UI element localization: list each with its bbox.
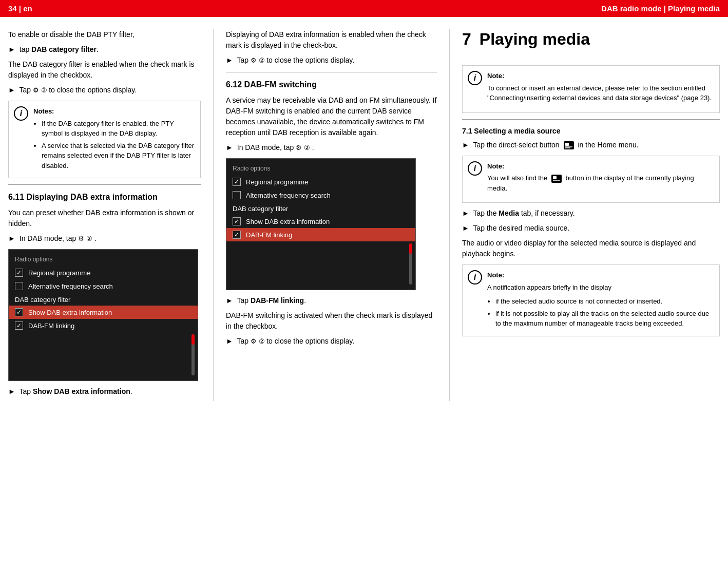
dab-category-filter-label-mid: DAB category filter bbox=[226, 202, 415, 215]
arrow-icon: ► bbox=[8, 45, 15, 53]
note-3-text: A notification appears briefly in the di… bbox=[487, 282, 714, 293]
col-right: 7 Playing media i Note: To connect or in… bbox=[450, 29, 720, 401]
radio-option-show-dab-mid[interactable]: Show DAB extra information bbox=[226, 215, 415, 228]
radio-option-dab-fm[interactable]: DAB-FM linking bbox=[9, 319, 198, 332]
arrow-icon: ► bbox=[226, 56, 233, 64]
label-dab-fm-mid: DAB-FM linking bbox=[246, 231, 292, 239]
scroll-thumb-left bbox=[191, 334, 195, 345]
svg-rect-1 bbox=[565, 143, 569, 146]
radio-option-regional[interactable]: Regional programme bbox=[9, 266, 198, 279]
tap-dab-fm-instruction: ► Tap DAB-FM linking. bbox=[226, 295, 437, 306]
col-left-step1: ► tap DAB category filter. bbox=[8, 44, 201, 55]
page-section-title: DAB radio mode | Playing media bbox=[601, 4, 720, 13]
divider bbox=[8, 184, 201, 185]
close-step: ► Tap ⚙ ② to close the options display. bbox=[226, 336, 437, 347]
arrow-icon: ► bbox=[462, 224, 469, 232]
info-icon-1: i bbox=[468, 71, 482, 85]
note-2-title: Note: bbox=[487, 161, 714, 172]
note-2-text: You will also find the button in the dis… bbox=[487, 173, 714, 193]
tap-show-dab-instruction: ► Tap Show DAB extra information. bbox=[8, 386, 201, 397]
arrow-icon: ► bbox=[8, 86, 15, 94]
checkbox-show-dab-mid[interactable] bbox=[233, 217, 241, 225]
info-icon: i bbox=[14, 106, 28, 121]
radio-option-regional-mid[interactable]: Regional programme bbox=[226, 175, 415, 188]
arrow-icon: ► bbox=[8, 234, 15, 242]
arrow-icon: ► bbox=[462, 209, 469, 217]
note-2-content: Note: You will also find the button in t… bbox=[487, 161, 714, 198]
note-box-1: i Note: To connect or insert an external… bbox=[462, 65, 720, 113]
page-number: 34 | en bbox=[8, 4, 32, 13]
divider-right-1 bbox=[462, 119, 720, 120]
info-icon-2: i bbox=[468, 161, 482, 176]
checkbox-dab-fm-mid[interactable] bbox=[233, 231, 241, 239]
col-mid-step-close: ► Tap ⚙ ② to close the options display. bbox=[226, 55, 437, 66]
notes-box: i Notes: If the DAB category filter is e… bbox=[8, 101, 201, 178]
arrow-icon: ► bbox=[226, 337, 233, 345]
arrow-icon: ► bbox=[462, 141, 469, 149]
checkbox-show-dab[interactable] bbox=[15, 308, 23, 316]
checkbox-alt-freq-mid[interactable] bbox=[233, 191, 241, 199]
dab-category-filter-label: DAB category filter bbox=[9, 293, 198, 306]
section-6-12-step: ► In DAB mode, tap ⚙ ② . bbox=[226, 142, 437, 153]
section-6-11-title: 6.11 Displaying DAB extra informa­tion bbox=[8, 191, 201, 203]
scroll-thumb-mid bbox=[409, 243, 412, 254]
note-1-title: Note: bbox=[487, 71, 714, 81]
col-mid-intro: Displaying of DAB extra information is e… bbox=[226, 29, 437, 51]
label-alt-freq-mid: Alternative frequency search bbox=[246, 192, 331, 199]
section-6-12-desc: A service may be receivable via DAB and … bbox=[226, 95, 437, 138]
label-regional-mid: Regional programme bbox=[246, 178, 308, 186]
arrow-icon: ► bbox=[226, 143, 233, 152]
chapter-heading: 7 Playing media bbox=[462, 29, 720, 57]
checkbox-alt-freq[interactable] bbox=[15, 282, 23, 290]
note-3-item-1: if the selected audio source is not conn… bbox=[495, 296, 714, 307]
label-regional: Regional programme bbox=[28, 269, 90, 277]
media-source-icon bbox=[563, 141, 574, 150]
note-box-2: i Note: You will also find the button in… bbox=[462, 156, 720, 203]
chapter-title: Playing media bbox=[480, 29, 590, 49]
radio-options-box-mid: Radio options Regional programme Alterna… bbox=[226, 158, 416, 290]
page-header: 34 | en DAB radio mode | Playing media bbox=[0, 0, 728, 17]
main-content: To enable or disable the DAB PTY filter,… bbox=[0, 17, 728, 409]
section-7-1-title: 7.1 Selecting a media source bbox=[462, 126, 720, 137]
divider-mid bbox=[226, 72, 437, 72]
settings-icon-4: ⚙ ② bbox=[296, 144, 310, 152]
checkbox-regional[interactable] bbox=[15, 269, 23, 277]
note-3-content: Note: A notification appears briefly in … bbox=[487, 270, 714, 331]
radio-option-alt-freq[interactable]: Alternative frequency search bbox=[9, 279, 198, 293]
checkbox-regional-mid[interactable] bbox=[233, 178, 241, 186]
scrollbar-left[interactable] bbox=[191, 334, 195, 375]
note-box-3: i Note: A notification appears briefly i… bbox=[462, 264, 720, 336]
arrow-icon: ► bbox=[226, 296, 233, 305]
note-3-list: if the selected audio source is not conn… bbox=[487, 296, 714, 329]
col-left-desc: The DAB category filter is enabled when … bbox=[8, 59, 201, 81]
col-left: To enable or disable the DAB PTY filter,… bbox=[8, 29, 214, 401]
chapter-number: 7 bbox=[462, 30, 471, 49]
radio-options-box-left: Radio options Regional programme Alterna… bbox=[8, 249, 198, 381]
scrollbar-mid[interactable] bbox=[409, 243, 412, 285]
label-show-dab: Show DAB extra information bbox=[28, 309, 112, 316]
step2-media: ► Tap the Media tab, if necessary. bbox=[462, 208, 720, 219]
settings-icon-2: ⚙ ② bbox=[78, 235, 92, 242]
notes-content: Notes: If the DAB category filter is ena… bbox=[33, 106, 195, 173]
label-alt-freq: Alternative frequency search bbox=[28, 282, 113, 290]
note-item: A service that is selected via the DAB c… bbox=[42, 141, 195, 171]
svg-rect-5 bbox=[553, 176, 557, 179]
step3-media: ► Tap the desired media source. bbox=[462, 223, 720, 234]
radio-option-alt-freq-mid[interactable]: Alternative frequency search bbox=[226, 188, 415, 202]
radio-options-title-mid: Radio options bbox=[226, 163, 415, 175]
notes-list: If the DAB category filter is enabled, t… bbox=[33, 119, 195, 171]
col-left-step2: ► Tap ⚙ ② to close the options display. bbox=[8, 85, 201, 96]
section-7-1-step1: ► Tap the direct-select button in the Ho… bbox=[462, 140, 720, 150]
settings-icon-3: ⚙ ② bbox=[251, 56, 266, 64]
section-6-12-title: 6.12 DAB-FM switching bbox=[226, 79, 437, 91]
notes-title: Notes: bbox=[33, 106, 195, 117]
dab-fm-desc: DAB-FM switching is activated when the c… bbox=[226, 310, 437, 332]
radio-option-dab-fm-mid[interactable]: DAB-FM linking bbox=[226, 228, 415, 241]
note-1-content: Note: To connect or insert an external d… bbox=[487, 71, 714, 107]
settings-icon-5: ⚙ ② bbox=[251, 337, 266, 345]
checkbox-dab-fm[interactable] bbox=[15, 321, 23, 330]
arrow-icon: ► bbox=[8, 387, 15, 395]
note-3-title: Note: bbox=[487, 270, 714, 280]
radio-option-show-dab[interactable]: Show DAB extra information bbox=[9, 306, 198, 319]
note-item: If the DAB category filter is enabled, t… bbox=[42, 119, 195, 139]
